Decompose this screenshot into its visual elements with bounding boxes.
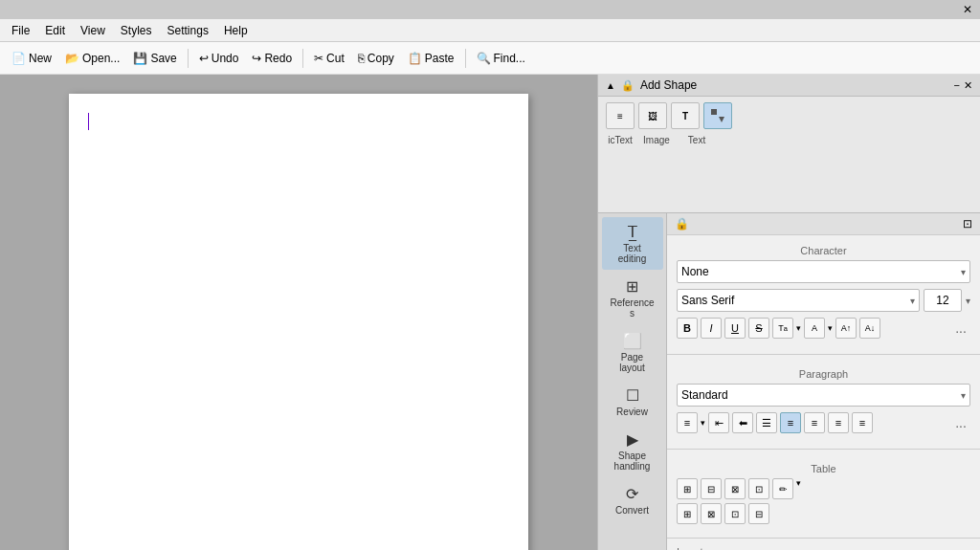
shape-panel: ▲ 🔒 Add Shape − ✕ ≡ 🖼 T	[598, 75, 980, 213]
menu-settings[interactable]: Settings	[160, 22, 216, 39]
character-section: Character None ▾ Sans Serif ▾	[667, 235, 980, 350]
convert-icon: ⟳	[626, 485, 638, 503]
side-tool-convert[interactable]: ⟳ Convert	[602, 479, 663, 521]
table-edit-btn[interactable]: ✏	[772, 478, 793, 499]
cut-button[interactable]: ✂ Cut	[308, 49, 350, 68]
align-center-left-button[interactable]: ⬅	[732, 412, 753, 433]
table-btn-7[interactable]: ⊡	[724, 503, 746, 524]
bold-button[interactable]: B	[677, 318, 698, 339]
format-row-1: B I U S Ta ▾ A ▾ A↑ A↓ ...	[677, 318, 970, 339]
open-button[interactable]: 📂 Open...	[59, 49, 125, 68]
paste-button[interactable]: 📋 Paste	[402, 49, 460, 68]
table-style-3[interactable]: ⊠	[724, 478, 746, 499]
close-panel-icon[interactable]: ✕	[964, 79, 972, 92]
table-edit-arrow[interactable]: ▾	[796, 478, 801, 499]
new-button[interactable]: 📄 New	[6, 49, 57, 68]
text-editing-icon: T̲	[628, 223, 637, 241]
divider-2	[667, 449, 980, 450]
side-tool-shape-handling[interactable]: ▶ Shapehandling	[602, 425, 663, 477]
shape-tool-shapes[interactable]	[703, 102, 732, 129]
list-indent-button[interactable]: ≡	[677, 412, 698, 433]
align-full-button[interactable]: ≡	[852, 412, 873, 433]
font-size-small[interactable]: A↓	[859, 318, 880, 339]
align-right-button[interactable]: ≡	[828, 412, 849, 433]
align-center-button[interactable]: ≡	[804, 412, 825, 433]
copy-button[interactable]: ⎘ Copy	[352, 49, 400, 68]
table-btn-6[interactable]: ⊠	[701, 503, 722, 524]
shape-toolbar: ≡ 🖼 T	[598, 97, 980, 135]
align-left-button[interactable]: ⇤	[708, 412, 729, 433]
undo-icon: ↩	[199, 52, 209, 65]
align-left-active[interactable]: ≡	[780, 412, 801, 433]
font-size-arrows[interactable]: ▾	[966, 296, 970, 306]
expand-panel-icon[interactable]: ⊡	[963, 217, 972, 231]
divider-3	[667, 538, 980, 539]
label-ictext: icText	[606, 135, 635, 145]
menu-edit[interactable]: Edit	[37, 22, 73, 39]
table-style-2[interactable]: ⊟	[701, 478, 722, 499]
title-bar: ✕	[0, 0, 980, 19]
shape-tool-text[interactable]: T	[671, 102, 700, 129]
references-icon: ⊞	[626, 277, 638, 296]
chevron-down-icon: ▾	[961, 267, 966, 277]
paragraph-more-button[interactable]: ...	[951, 413, 970, 432]
paragraph-style-select[interactable]: Standard ▾	[677, 384, 970, 407]
character-style-select[interactable]: None ▾	[677, 260, 970, 283]
menu-file[interactable]: File	[4, 22, 37, 39]
up-arrow-icon: ▲	[606, 80, 615, 91]
underline-button[interactable]: U	[724, 318, 746, 339]
table-style-1[interactable]: ⊞	[677, 478, 698, 499]
document-page[interactable]	[69, 94, 528, 550]
table-row-1: ⊞ ⊟ ⊠ ⊡ ✏ ▾	[677, 478, 970, 499]
alignment-row: ≡ ▾ ⇤ ⬅ ☰ ≡ ≡ ≡ ≡ ...	[677, 412, 970, 433]
list-arrow[interactable]: ▾	[701, 418, 705, 428]
shape-tool-image[interactable]: 🖼	[638, 102, 667, 129]
open-icon: 📂	[65, 52, 79, 65]
find-button[interactable]: 🔍 Find...	[471, 49, 531, 68]
svg-rect-0	[711, 109, 717, 115]
paragraph-section: Paragraph Standard ▾ ≡ ▾ ⇤ ⬅	[667, 359, 980, 445]
editor-area[interactable]	[0, 75, 597, 550]
align-justify-button[interactable]: ☰	[756, 412, 777, 433]
save-button[interactable]: 💾 Save	[127, 49, 182, 68]
menu-help[interactable]: Help	[216, 22, 256, 39]
table-btn-5[interactable]: ⊞	[677, 503, 698, 524]
character-more-button[interactable]: ...	[951, 319, 970, 338]
strikethrough-button[interactable]: S	[748, 318, 769, 339]
text-color-button[interactable]: A	[804, 318, 825, 339]
separator-2	[302, 49, 303, 68]
text-color-arrow[interactable]: ▾	[828, 323, 833, 333]
undo-button[interactable]: ↩ Undo	[193, 49, 245, 68]
shape-tool-text-icon[interactable]: ≡	[606, 102, 635, 129]
close-button[interactable]: ✕	[959, 3, 976, 16]
side-tool-references[interactable]: ⊞ References	[602, 272, 663, 324]
insert-title: Insert	[677, 546, 703, 550]
menu-bar: File Edit View Styles Settings Help	[0, 19, 980, 42]
side-tool-page-layout[interactable]: ⬜ Pagelayout	[602, 326, 663, 379]
menu-styles[interactable]: Styles	[113, 22, 160, 39]
italic-button[interactable]: I	[701, 318, 722, 339]
superscript-arrow[interactable]: ▾	[796, 323, 801, 333]
font-size-input[interactable]: 12	[924, 289, 962, 312]
side-tool-review[interactable]: ☐ Review	[602, 381, 663, 423]
table-btn-8[interactable]: ⊟	[748, 503, 769, 524]
shape-handling-icon: ▶	[627, 430, 638, 449]
table-style-4[interactable]: ⊡	[748, 478, 769, 499]
font-size-large[interactable]: A↑	[835, 318, 857, 339]
separator-1	[188, 49, 189, 68]
lock-panel-icon: 🔒	[675, 217, 689, 231]
paragraph-style-row: Standard ▾	[677, 384, 970, 407]
superscript-button[interactable]: Ta	[772, 318, 793, 339]
redo-icon: ↪	[252, 52, 261, 65]
label-text: Text	[682, 135, 711, 145]
font-select[interactable]: Sans Serif ▾	[677, 289, 920, 312]
shape-labels: icText Image Text	[598, 135, 980, 145]
redo-button[interactable]: ↪ Redo	[246, 49, 298, 68]
pin-icon[interactable]: −	[954, 79, 960, 92]
svg-marker-1	[719, 117, 724, 122]
table-title: Table	[677, 459, 970, 478]
side-tool-text-editing[interactable]: T̲ Textediting	[602, 217, 663, 270]
menu-view[interactable]: View	[73, 22, 113, 39]
table-row-2: ⊞ ⊠ ⊡ ⊟	[677, 503, 970, 524]
table-section: Table ⊞ ⊟ ⊠ ⊡ ✏ ▾ ⊞ ⊠ ⊡ ⊟	[667, 453, 980, 534]
